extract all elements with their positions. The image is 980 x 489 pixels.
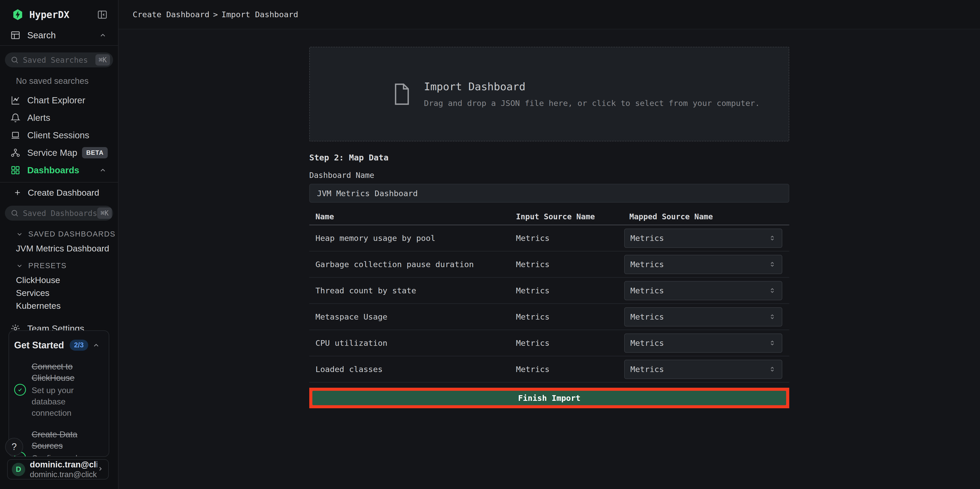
column-header-input-source: Input Source Name: [516, 212, 624, 221]
brand-title: HyperDX: [29, 9, 69, 20]
collapse-sidebar-icon[interactable]: [97, 9, 108, 20]
sidebar-item-label: Client Sessions: [27, 130, 89, 140]
sidebar-item-clickhouse[interactable]: ClickHouse: [0, 274, 118, 287]
chart-name: Garbage collection pause duration: [309, 260, 516, 269]
sidebar-item-services[interactable]: Services: [0, 287, 118, 299]
select-caret-icon: [768, 313, 776, 320]
saved-searches-input[interactable]: Saved Searches ⌘K: [5, 53, 113, 67]
select-caret-icon: [768, 287, 776, 295]
breadcrumb-separator: >: [213, 10, 218, 19]
dashboard-name-label: Dashboard Name: [309, 171, 789, 180]
get-started-header[interactable]: Get Started 2/3: [14, 339, 103, 351]
chart-name: CPU utilization: [309, 338, 516, 347]
table-row: Thread count by state Metrics Metrics: [309, 278, 789, 304]
sidebar-item-service-map[interactable]: Service Map BETA: [0, 144, 118, 161]
get-started-card: Get Started 2/3 Connect to ClickHouse Se…: [8, 330, 109, 457]
shortcut-badge: ⌘K: [95, 54, 110, 65]
hyperdx-app: HyperDX Search: [0, 0, 980, 489]
table-row: Garbage collection pause duration Metric…: [309, 252, 789, 278]
chevron-up-icon: [92, 341, 100, 349]
mapped-source-select[interactable]: Metrics: [624, 229, 782, 248]
input-source-value: Metrics: [516, 233, 624, 243]
selected-value: Metrics: [630, 260, 664, 269]
check-circle-icon: [14, 384, 26, 396]
search-section-icon: [10, 30, 21, 40]
table-row: Heap memory usage by pool Metrics Metric…: [309, 225, 789, 252]
bell-icon: [10, 113, 21, 123]
chart-name: Loaded classes: [309, 365, 516, 374]
step-description: Configure where your data comes from: [32, 452, 103, 457]
sidebar-item-alerts[interactable]: Alerts: [0, 109, 118, 126]
chevron-down-icon: [16, 231, 23, 238]
user-name: dominic.tran@clic...: [30, 460, 97, 470]
create-dashboard-button[interactable]: Create Dashboard: [0, 183, 118, 202]
column-header-mapped-source: Mapped Source Name: [624, 212, 789, 221]
mapped-source-select[interactable]: Metrics: [624, 281, 782, 300]
get-started-step-data-sources[interactable]: Create Data Sources Configure where your…: [14, 429, 103, 457]
plus-icon: [13, 188, 22, 197]
sidebar-item-jvm-metrics-dashboard[interactable]: JVM Metrics Dashboard: [0, 242, 118, 255]
select-caret-icon: [768, 365, 776, 373]
input-source-value: Metrics: [516, 286, 624, 295]
sidebar-item-chart-explorer[interactable]: Chart Explorer: [0, 92, 118, 109]
chart-name: Metaspace Usage: [309, 312, 516, 322]
step-heading: Step 2: Map Data: [309, 153, 789, 162]
user-email: dominic.tran@clickh...: [30, 470, 97, 479]
step-description: Set up your database connection: [32, 385, 103, 419]
section-header-label: SAVED DASHBOARDS: [28, 230, 115, 238]
get-started-title: Get Started: [14, 340, 64, 351]
mapped-source-select[interactable]: Metrics: [624, 333, 782, 353]
chevron-up-icon: [99, 166, 107, 174]
selected-value: Metrics: [630, 312, 664, 322]
saved-dashboards-input[interactable]: Saved Dashboards ⌘K: [5, 205, 113, 221]
logo-row: HyperDX: [0, 0, 118, 21]
source-mapping-table: Name Input Source Name Mapped Source Nam…: [309, 208, 789, 382]
annotation-highlight-box: Finish Import: [309, 388, 789, 408]
sidebar-item-label: Chart Explorer: [27, 95, 85, 105]
chevron-right-icon: [97, 466, 103, 473]
user-menu[interactable]: D dominic.tran@clic... dominic.tran@clic…: [7, 459, 109, 479]
magnifier-icon: [11, 209, 19, 217]
selected-value: Metrics: [630, 233, 664, 243]
chevron-up-icon: [99, 31, 107, 39]
dashboard-name-input[interactable]: [309, 184, 789, 202]
help-button[interactable]: ?: [5, 438, 23, 456]
get-started-step-connect[interactable]: Connect to ClickHouse Set up your databa…: [14, 361, 103, 419]
laptop-icon: [10, 130, 21, 140]
input-source-value: Metrics: [516, 338, 624, 347]
step-title: Create Data Sources: [32, 429, 103, 451]
presets-section-header[interactable]: PRESETS: [0, 261, 118, 270]
breadcrumb-create-dashboard[interactable]: Create Dashboard: [133, 10, 210, 19]
avatar: D: [12, 463, 25, 476]
breadcrumb-import-dashboard: Import Dashboard: [221, 10, 298, 19]
saved-dashboards-placeholder: Saved Dashboards: [23, 209, 97, 218]
table-header-row: Name Input Source Name Mapped Source Nam…: [309, 208, 789, 225]
input-source-value: Metrics: [516, 365, 624, 374]
import-dashboard-content: Import Dashboard Drag and drop a JSON fi…: [309, 47, 789, 408]
magnifier-icon: [11, 56, 19, 64]
column-header-name: Name: [309, 212, 516, 221]
sidebar-item-search[interactable]: Search: [0, 25, 118, 46]
chevron-down-icon: [16, 262, 23, 269]
main-area: Create Dashboard>Import Dashboard Import…: [119, 0, 980, 489]
beta-badge: BETA: [82, 147, 108, 158]
mapped-source-select[interactable]: Metrics: [624, 360, 782, 379]
sidebar-item-label: Alerts: [27, 113, 50, 123]
chart-icon: [10, 95, 21, 105]
mapped-source-select[interactable]: Metrics: [624, 307, 782, 327]
finish-import-button[interactable]: Finish Import: [312, 391, 786, 405]
saved-dashboards-section-header[interactable]: SAVED DASHBOARDS: [0, 230, 118, 238]
input-source-value: Metrics: [516, 260, 624, 269]
file-icon: [394, 84, 409, 105]
hyperdx-logo-icon[interactable]: [12, 9, 24, 21]
mapped-source-select[interactable]: Metrics: [624, 255, 782, 274]
section-header-label: PRESETS: [28, 261, 67, 270]
selected-value: Metrics: [630, 338, 664, 347]
sidebar-item-client-sessions[interactable]: Client Sessions: [0, 126, 118, 144]
selected-value: Metrics: [630, 286, 664, 295]
json-file-dropzone[interactable]: Import Dashboard Drag and drop a JSON fi…: [309, 47, 789, 142]
sidebar-item-label: Service Map: [27, 148, 77, 158]
sidebar-item-dashboards[interactable]: Dashboards: [0, 161, 118, 179]
sidebar-item-kubernetes[interactable]: Kubernetes: [0, 299, 118, 312]
table-row: CPU utilization Metrics Metrics: [309, 330, 789, 356]
